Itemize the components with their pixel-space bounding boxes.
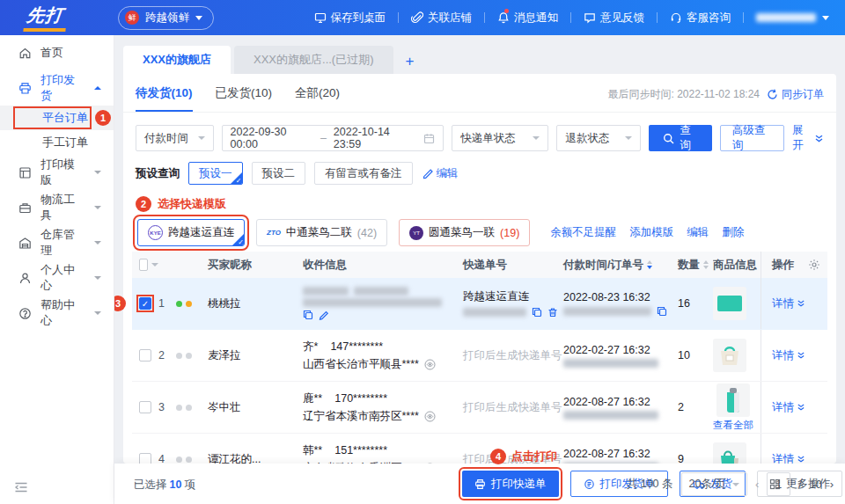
date-separator: –	[320, 132, 327, 144]
sidebar-item-personal[interactable]: 个人中心	[0, 260, 114, 296]
row-checkbox[interactable]	[139, 349, 151, 362]
preset-memo-button[interactable]: 有留言或有备注	[314, 162, 413, 185]
preset-2-button[interactable]: 预设二	[252, 162, 306, 185]
notifications-button[interactable]: 消息通知	[485, 11, 570, 26]
receiver-phone: 170********	[334, 392, 387, 405]
preset-edit-button[interactable]: 编辑	[422, 166, 459, 181]
detail-button[interactable]: 详情	[772, 296, 805, 311]
annotation-step1-badge: 1	[95, 110, 111, 126]
sidebar-item-logistics-tools[interactable]: 物流工具	[0, 190, 114, 225]
sort-icons[interactable]	[703, 260, 709, 269]
balance-alert-link[interactable]: 余额不足提醒	[550, 225, 616, 240]
total-pages: 10	[810, 478, 822, 491]
select-all-checkbox[interactable]	[139, 259, 148, 271]
status-dot-gray	[176, 353, 182, 359]
printer-icon	[18, 82, 32, 95]
current-page-input[interactable]: 1	[767, 472, 790, 496]
chevron-down-icon	[94, 206, 101, 209]
prev-page-button[interactable]: ‹	[755, 478, 759, 491]
row-checkbox-checked[interactable]: ✓	[139, 297, 151, 310]
feedback-button[interactable]: 意见反馈	[571, 11, 657, 26]
sidebar-item-platform-orders[interactable]: 平台订单 1	[0, 106, 114, 130]
table-row[interactable]: 3 ✓ 1 桃桃拉 跨越速运直连	[132, 278, 827, 330]
receiver-address: 辽宁省本溪市南芬区****	[303, 409, 419, 424]
tracking-pending-text: 打印后生成快递单号	[463, 348, 562, 363]
shop-tab-active[interactable]: XXX的旗舰店	[123, 46, 231, 74]
pay-time-select[interactable]: 付款时间	[136, 125, 214, 151]
print-express-button[interactable]: 打印快递单	[462, 471, 559, 497]
preset-1-button[interactable]: 预设一 ✓	[188, 162, 243, 185]
table-row[interactable]: 4 谭江花的... 韩**151******** 广东省珠海市香洲区**** 打…	[132, 434, 827, 464]
tab-all[interactable]: 全部(20)	[295, 85, 340, 112]
header-tracking: 快递单号	[463, 258, 563, 273]
date-range-picker[interactable]: 2022-09-30 00:00 – 2022-10-14 23:59	[222, 125, 445, 151]
product-image[interactable]	[713, 339, 746, 372]
header-qty[interactable]: 数量	[678, 258, 713, 273]
delete-template-link[interactable]: 删除	[722, 225, 744, 240]
zto-logo-icon: ZTO	[267, 229, 281, 237]
gear-icon[interactable]	[808, 259, 820, 271]
add-template-link[interactable]: 添加模版	[629, 225, 673, 240]
template-kye-button[interactable]: KYE 跨越速运直连 ✓	[137, 219, 245, 246]
receiver-phone-masked	[354, 287, 408, 296]
sidebar-item-home[interactable]: 首页	[0, 35, 114, 70]
next-page-button[interactable]: ›	[830, 478, 834, 491]
template-yto-button[interactable]: YT 圆通菜鸟一联 (19)	[399, 219, 530, 246]
support-button[interactable]: 客服咨询	[658, 11, 743, 26]
save-to-desktop-button[interactable]: 保存到桌面	[302, 11, 399, 26]
product-image[interactable]	[713, 442, 746, 464]
copy-icon[interactable]	[303, 310, 313, 320]
refund-status-select[interactable]: 退款状态	[556, 125, 641, 151]
sidebar-item-print-templates[interactable]: 打印模版	[0, 155, 114, 190]
sidebar-item-manual-orders[interactable]: 手工订单	[0, 130, 114, 155]
template-yto-label: 圆通菜鸟一联	[429, 225, 495, 240]
link-shops-button[interactable]: 关联店铺	[399, 11, 484, 26]
tab-shipped[interactable]: 已发货(10)	[216, 85, 273, 112]
trash-icon[interactable]	[547, 307, 558, 318]
detail-button[interactable]: 详情	[772, 348, 805, 363]
table-row[interactable]: 2 麦泽拉 齐*147******** 山西省长治市平顺县**** 打印后生成快…	[132, 330, 827, 382]
copy-icon[interactable]	[657, 306, 667, 317]
store-selector[interactable]: 鲜 跨越领鲜	[118, 6, 214, 30]
last-sync-time: 最后同步时间: 2022-11-02 18:24	[607, 87, 760, 102]
order-number-masked	[563, 359, 658, 368]
product-image[interactable]	[716, 383, 750, 417]
detail-button[interactable]: 详情	[772, 400, 805, 415]
store-name: 跨越领鲜	[145, 11, 189, 26]
header-pay-time[interactable]: 付款时间/订单号	[563, 258, 678, 273]
chevron-down-icon[interactable]	[151, 263, 158, 267]
table-row[interactable]: 3 岑中壮 鹿**170******** 辽宁省本溪市南芬区**** 打印后生成…	[132, 382, 827, 434]
sidebar-item-help[interactable]: 帮助中心	[0, 296, 114, 331]
expand-button[interactable]: 展开	[792, 123, 824, 153]
desktop-icon	[314, 11, 327, 24]
search-button[interactable]: 查询	[649, 125, 712, 151]
edit-template-link[interactable]: 编辑	[687, 225, 709, 240]
row-checkbox[interactable]	[139, 401, 151, 413]
view-all-products-link[interactable]: 查看全部	[713, 419, 753, 432]
chevron-down-icon	[625, 136, 632, 140]
sidebar-collapse-button[interactable]	[14, 481, 28, 493]
detail-button[interactable]: 详情	[772, 452, 805, 464]
add-shop-button[interactable]: +	[397, 53, 423, 74]
tab-pending[interactable]: 待发货(10)	[136, 85, 193, 112]
template-zto-button[interactable]: ZTO 中通菜鸟二联 (42)	[256, 219, 387, 246]
eye-icon[interactable]	[424, 359, 436, 370]
edit-icon[interactable]	[319, 310, 329, 320]
row-checkbox[interactable]	[139, 453, 151, 464]
product-image[interactable]	[713, 287, 746, 320]
courier-status-select[interactable]: 快递单状态	[452, 125, 548, 151]
status-dot-gray	[186, 405, 192, 411]
sort-icons[interactable]	[647, 260, 652, 269]
date-to-value: 2022-10-14 23:59	[334, 126, 416, 150]
copy-icon[interactable]	[532, 307, 542, 318]
sync-orders-button[interactable]: 同步订单	[767, 87, 824, 102]
sidebar-item-warehouse[interactable]: 仓库管理	[0, 225, 114, 260]
header-action: 操作	[772, 258, 794, 273]
account-menu[interactable]	[756, 13, 829, 22]
sidebar-item-print-ship[interactable]: 打印发货	[0, 70, 114, 106]
shop-tab-expired[interactable]: XXX的旗舰店...(已过期)	[234, 46, 393, 74]
advanced-search-button[interactable]: 高级查询	[720, 125, 784, 151]
page-size-select[interactable]: 20条/页	[681, 472, 747, 496]
buyer-nickname: 桃桃拉	[208, 296, 303, 311]
eye-icon[interactable]	[424, 411, 436, 422]
